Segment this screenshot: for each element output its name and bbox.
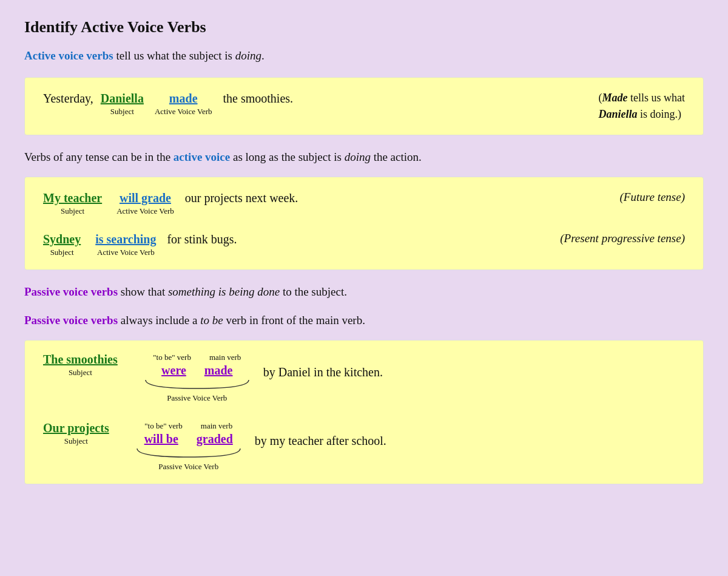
intro-text2: tell us what the subject is: [113, 49, 235, 62]
example3-subject-label: Subject: [50, 248, 74, 257]
examples23-box: My teacher Subject will grade Active Voi…: [24, 177, 704, 270]
passive-voice-verbs-label2: Passive voice verbs: [24, 314, 118, 327]
tense-doing: doing: [345, 151, 371, 163]
passive-ex1-subject-label: Subject: [69, 368, 92, 378]
intro-period: .: [261, 49, 265, 62]
example3-verb: is searching: [95, 232, 156, 246]
intro-doing: doing: [235, 49, 261, 62]
example3-verb-group: is searching Active Voice Verb: [95, 232, 156, 257]
passive-ex1-verb-words: were made: [161, 364, 232, 378]
passive-intro1: Passive voice verbs show that something …: [24, 283, 704, 301]
tense-text3: as long as the subject is: [230, 151, 344, 163]
example1-note-text: tells us what: [630, 92, 685, 104]
example1-subject-group: Daniella Subject: [101, 92, 144, 117]
passive-ex1-verb-labels: "to be" verb main verb: [153, 353, 241, 362]
tense-text5: the action.: [371, 151, 422, 163]
passive-ex1-tobe-word: were: [161, 364, 186, 378]
passive-ex1-brace: [140, 378, 255, 393]
passive-intro1-italic: something is being done: [168, 285, 280, 298]
passive-ex1-subject-group: The smoothies Subject: [43, 353, 118, 378]
active-voice-highlight: active voice: [174, 151, 230, 163]
passive-ex1-main-word: made: [204, 364, 233, 378]
intro-paragraph: Active voice verbs tell us what the subj…: [24, 47, 704, 65]
passive-ex2-verb-words: will be graded: [144, 432, 233, 446]
example2-verb-group: will grade Active Voice Verb: [116, 191, 174, 216]
example3-subject-group: Sydney Subject: [43, 232, 81, 257]
example3-tense: (Present progressive tense): [536, 231, 685, 245]
example2-subject-label: Subject: [61, 206, 84, 216]
example1-verb: made: [169, 92, 198, 106]
passive-intro1-text2: show that: [118, 285, 168, 298]
example2-verb: will grade: [120, 191, 171, 205]
passive-ex1-tobe-label: "to be" verb: [153, 353, 191, 362]
passive-ex2-verb-group: "to be" verb main verb will be graded Pa…: [131, 421, 246, 472]
example1-verb-label: Active Voice Verb: [155, 107, 212, 117]
page-title: Identify Active Voice Verbs: [24, 18, 704, 36]
passive-intro1-text4: to the subject.: [280, 285, 347, 298]
example1-note-doing: is doing.): [640, 108, 681, 120]
passive-intro2-italic: to be: [200, 314, 223, 327]
passive-examples-box: The smoothies Subject "to be" verb main …: [24, 340, 704, 484]
passive-intro2-text2: always include a: [118, 314, 200, 327]
passive-intro2-text4: verb in front of the main verb.: [223, 314, 365, 327]
example1-note: (Made tells us what Daniella is doing.): [575, 90, 686, 123]
active-tense-intro: Verbs of any tense can be in the active …: [24, 149, 704, 166]
passive-ex1-passive-label: Passive Voice Verb: [167, 393, 227, 403]
passive-ex2-main-label: main verb: [201, 421, 232, 431]
passive-example2: Our projects Subject "to be" verb main v…: [43, 421, 685, 472]
passive-ex2-subject-group: Our projects Subject: [43, 421, 109, 446]
example2-subject: My teacher: [43, 191, 102, 205]
passive-voice-verbs-label1: Passive voice verbs: [24, 285, 118, 298]
example1-box: Yesterday, Daniella Subject made Active …: [24, 77, 704, 135]
example1-suffix: the smoothies.: [223, 90, 294, 107]
passive-intro2: Passive voice verbs always include a to …: [24, 312, 704, 330]
passive-ex1-main-label: main verb: [209, 353, 241, 362]
example1-subject: Daniella: [101, 92, 144, 106]
passive-ex2-subject: Our projects: [43, 421, 109, 435]
passive-ex2-tobe-label: "to be" verb: [144, 421, 183, 431]
example1-verb-group: made Active Voice Verb: [155, 92, 212, 117]
example1-prefix: Yesterday,: [43, 90, 93, 107]
passive-ex2-suffix: by my teacher after school.: [255, 421, 386, 449]
tense-text1: Verbs of any tense can be in the: [24, 151, 174, 163]
passive-ex2-subject-label: Subject: [64, 436, 88, 446]
example3-suffix: for stink bugs.: [167, 231, 237, 248]
example3-subject: Sydney: [43, 232, 81, 246]
passive-ex2-passive-label: Passive Voice Verb: [158, 462, 218, 472]
passive-example1: The smoothies Subject "to be" verb main …: [43, 353, 685, 403]
example1-note-made: Made: [602, 92, 628, 104]
passive-ex1-suffix: by Daniel in the kitchen.: [263, 353, 383, 381]
example2-subject-group: My teacher Subject: [43, 191, 102, 216]
passive-ex2-main-word: graded: [197, 432, 233, 446]
passive-ex1-verb-group: "to be" verb main verb were made Passive…: [140, 353, 255, 403]
example3-verb-label: Active Voice Verb: [97, 248, 155, 257]
example1-subject-label: Subject: [110, 107, 134, 117]
passive-ex2-brace: [131, 446, 246, 462]
passive-ex2-verb-labels: "to be" verb main verb: [144, 421, 232, 431]
example2-tense: (Future tense): [596, 189, 685, 204]
example2-suffix: our projects next week.: [185, 189, 298, 206]
example2-verb-label: Active Voice Verb: [116, 206, 174, 216]
example1-note-daniella: Daniella: [599, 108, 638, 120]
passive-ex1-subject: The smoothies: [43, 353, 118, 367]
active-voice-verbs-label: Active voice verbs: [24, 49, 113, 62]
passive-ex2-tobe-word: will be: [144, 432, 178, 446]
